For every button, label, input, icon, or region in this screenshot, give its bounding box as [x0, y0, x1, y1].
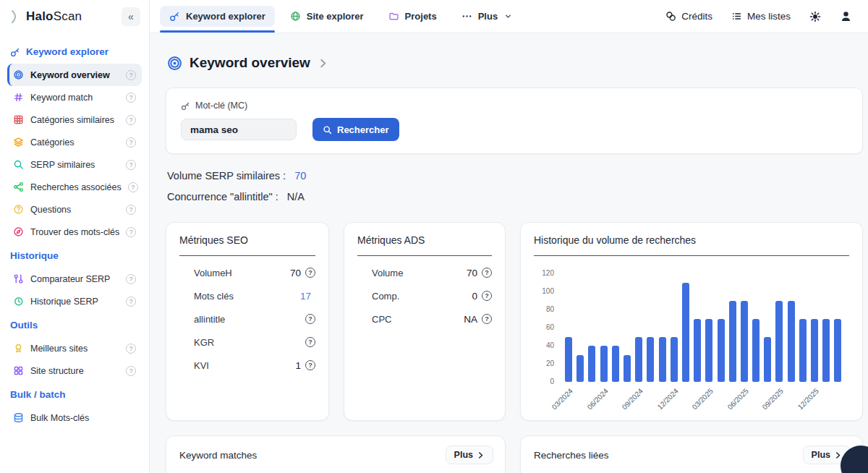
- rechercher-button[interactable]: Rechercher: [312, 118, 399, 141]
- sidebar-item-label: Keyword match: [30, 93, 119, 103]
- y-tick-label: 40: [546, 341, 554, 349]
- plus-button[interactable]: Plus: [446, 446, 493, 464]
- sidebar-item-keyword-overview[interactable]: Keyword overview?: [7, 64, 142, 86]
- sidebar-item-label: Trouver des mots-clés: [30, 227, 119, 237]
- sidebar-item-trouver-des-mots-cl-s[interactable]: Trouver des mots-clés?: [7, 221, 142, 243]
- help-icon[interactable]: ?: [482, 268, 492, 278]
- user-menu-button[interactable]: [840, 10, 852, 22]
- help-icon[interactable]: ?: [126, 160, 136, 170]
- content: Keyword overview Mot-clé (MC) Rec: [150, 33, 868, 473]
- sidebar-item-site-structure[interactable]: Site structure?: [7, 359, 142, 382]
- sidebar-item-comparateur-serp[interactable]: Comparateur SERP?: [7, 268, 142, 290]
- sidebar-item-label: SERP similaires: [30, 160, 119, 170]
- bar: [741, 301, 748, 383]
- topbar-link-label: Mes listes: [747, 11, 791, 22]
- y-tick-label: 20: [546, 359, 554, 367]
- stat-value: 70: [294, 170, 306, 182]
- search-icon: [13, 159, 24, 170]
- haloscan-logo-icon: [10, 9, 20, 24]
- bar: [565, 337, 572, 383]
- metric-row: VolumeH70?: [179, 261, 315, 284]
- help-icon[interactable]: ?: [305, 268, 315, 278]
- y-tick-label: 60: [546, 323, 554, 331]
- tab-site-explorer[interactable]: Site explorer: [278, 0, 376, 33]
- bar-column: [574, 273, 586, 382]
- bar-column: 06/2025: [739, 273, 750, 382]
- help-icon[interactable]: ?: [126, 366, 136, 376]
- help-icon[interactable]: ?: [126, 70, 136, 80]
- help-icon[interactable]: ?: [126, 115, 136, 125]
- help-icon[interactable]: ?: [482, 291, 492, 301]
- bar-column: [715, 273, 726, 382]
- bar-column: [820, 273, 832, 382]
- metric-row: KVI1?: [179, 354, 315, 377]
- y-tick-label: 100: [542, 287, 554, 295]
- sidebar-item-historique-serp[interactable]: Historique SERP?: [7, 290, 142, 312]
- chevron-right-icon[interactable]: [318, 58, 328, 69]
- metric-label: Comp.: [372, 291, 472, 302]
- sidebar-item-recherches-associ-es[interactable]: Recherches associées?: [7, 176, 142, 198]
- sidebar-item-questions[interactable]: Questions?: [7, 198, 142, 221]
- help-icon[interactable]: ?: [126, 137, 136, 148]
- bar: [576, 355, 584, 383]
- bar: [764, 337, 771, 383]
- sidebar-item-meilleurs-sites[interactable]: Meilleurs sites?: [7, 337, 142, 359]
- bar: [822, 319, 830, 383]
- metric-label: KVI: [194, 360, 295, 371]
- theme-toggle-button[interactable]: [809, 11, 821, 22]
- history-icon: [13, 296, 24, 307]
- help-icon[interactable]: ?: [305, 337, 315, 347]
- help-icon[interactable]: ?: [126, 93, 136, 103]
- metric-row: Mots clés17: [179, 284, 315, 307]
- sidebar-item-serp-similaires[interactable]: SERP similaires?: [7, 153, 142, 176]
- help-icon[interactable]: ?: [482, 314, 492, 324]
- metric-row: CPCNA?: [357, 307, 492, 331]
- sidebar-item-cat-gories-similaires[interactable]: Catégories similaires?: [7, 108, 142, 131]
- tab-keyword-explorer[interactable]: Keyword explorer: [157, 0, 278, 33]
- heading-row: Keyword overview: [161, 55, 858, 71]
- topbar-link-cr-dits[interactable]: Crédits: [665, 11, 712, 22]
- metric-value: 70: [467, 268, 477, 278]
- sidebar-section-header: Outils: [10, 320, 140, 331]
- bar-column: [680, 273, 692, 382]
- compass-icon: [13, 226, 24, 237]
- bar-column: [786, 273, 797, 382]
- metric-label: allintitle: [194, 314, 305, 325]
- topbar-link-mes-listes[interactable]: Mes listes: [731, 11, 791, 22]
- x-tick-label: 09/2025: [761, 387, 785, 411]
- help-icon[interactable]: ?: [126, 227, 136, 237]
- sidebar-item-label: Bulk Mots-clés: [30, 413, 136, 423]
- topnav-tabs: Keyword explorerSite explorerProjetsPlus: [157, 0, 525, 33]
- sidebar-item-label: Catégories similaires: [30, 115, 119, 125]
- bar: [775, 301, 783, 383]
- bar: [600, 346, 608, 382]
- sidebar-item-cat-gories[interactable]: Catégories?: [7, 131, 142, 153]
- sidebar-item-keyword-match[interactable]: Keyword match?: [7, 86, 142, 108]
- stat-line: Volume SERP similaires :70: [167, 165, 858, 186]
- hash-icon: [13, 92, 24, 103]
- help-icon[interactable]: ?: [126, 274, 136, 284]
- bar: [612, 346, 619, 382]
- sidebar-item-label: Recherches associées: [30, 182, 122, 192]
- structure-icon: [13, 365, 24, 376]
- bar: [811, 319, 818, 383]
- search-icon: [323, 125, 332, 135]
- keyword-input[interactable]: [181, 119, 297, 140]
- sidebar-section-header: Bulk / batch: [10, 389, 140, 400]
- help-icon[interactable]: ?: [128, 182, 138, 192]
- help-icon[interactable]: ?: [126, 297, 136, 307]
- metric-label: KGR: [194, 337, 305, 348]
- tab-projets[interactable]: Projets: [376, 0, 449, 33]
- card-title: Métriques ADS: [357, 234, 492, 246]
- list-icon: [731, 11, 742, 22]
- y-tick-label: 0: [550, 378, 554, 385]
- help-icon[interactable]: ?: [305, 360, 315, 370]
- help-icon[interactable]: ?: [126, 344, 136, 354]
- help-icon[interactable]: ?: [126, 205, 136, 215]
- help-icon[interactable]: ?: [305, 314, 315, 324]
- sidebar-item-bulk-mots-cl-s[interactable]: Bulk Mots-clés: [7, 406, 142, 429]
- metric-label: Mots clés: [194, 291, 300, 302]
- coins-icon: [665, 11, 676, 22]
- tab-plus[interactable]: Plus: [449, 0, 525, 33]
- sidebar-collapse-icon[interactable]: «: [122, 7, 140, 26]
